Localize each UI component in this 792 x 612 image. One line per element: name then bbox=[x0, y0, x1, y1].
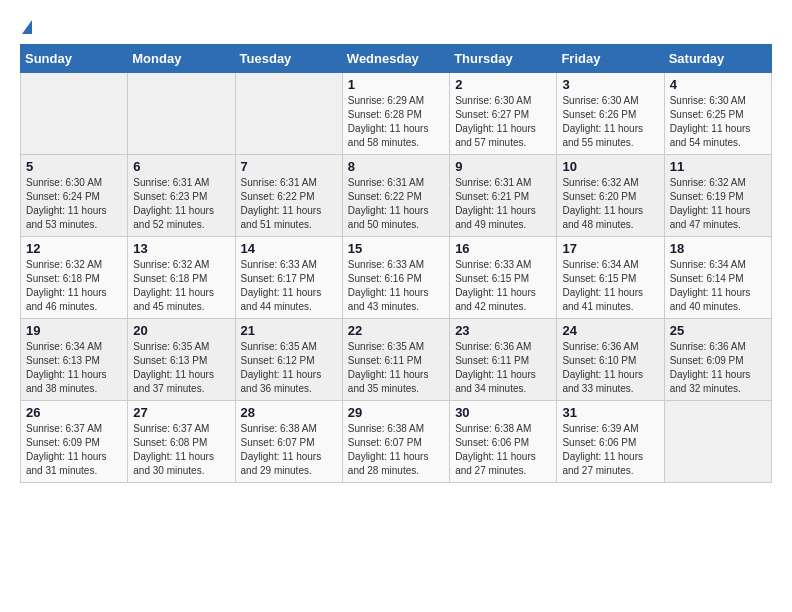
calendar-cell: 12Sunrise: 6:32 AMSunset: 6:18 PMDayligh… bbox=[21, 237, 128, 319]
calendar-cell bbox=[664, 401, 771, 483]
cell-info: Sunrise: 6:30 AMSunset: 6:25 PMDaylight:… bbox=[670, 94, 766, 150]
calendar-cell: 29Sunrise: 6:38 AMSunset: 6:07 PMDayligh… bbox=[342, 401, 449, 483]
calendar-cell: 22Sunrise: 6:35 AMSunset: 6:11 PMDayligh… bbox=[342, 319, 449, 401]
cell-info: Sunrise: 6:38 AMSunset: 6:07 PMDaylight:… bbox=[241, 422, 337, 478]
calendar-cell: 6Sunrise: 6:31 AMSunset: 6:23 PMDaylight… bbox=[128, 155, 235, 237]
day-number: 5 bbox=[26, 159, 122, 174]
day-number: 4 bbox=[670, 77, 766, 92]
calendar-cell: 27Sunrise: 6:37 AMSunset: 6:08 PMDayligh… bbox=[128, 401, 235, 483]
logo-triangle-icon bbox=[22, 20, 32, 34]
cell-info: Sunrise: 6:37 AMSunset: 6:08 PMDaylight:… bbox=[133, 422, 229, 478]
day-number: 10 bbox=[562, 159, 658, 174]
day-number: 14 bbox=[241, 241, 337, 256]
cell-info: Sunrise: 6:32 AMSunset: 6:20 PMDaylight:… bbox=[562, 176, 658, 232]
day-number: 27 bbox=[133, 405, 229, 420]
day-number: 17 bbox=[562, 241, 658, 256]
weekday-header-friday: Friday bbox=[557, 45, 664, 73]
calendar-cell: 13Sunrise: 6:32 AMSunset: 6:18 PMDayligh… bbox=[128, 237, 235, 319]
calendar-cell: 23Sunrise: 6:36 AMSunset: 6:11 PMDayligh… bbox=[450, 319, 557, 401]
cell-info: Sunrise: 6:34 AMSunset: 6:14 PMDaylight:… bbox=[670, 258, 766, 314]
calendar-header-row: SundayMondayTuesdayWednesdayThursdayFrid… bbox=[21, 45, 772, 73]
day-number: 12 bbox=[26, 241, 122, 256]
day-number: 23 bbox=[455, 323, 551, 338]
weekday-header-monday: Monday bbox=[128, 45, 235, 73]
day-number: 9 bbox=[455, 159, 551, 174]
cell-info: Sunrise: 6:33 AMSunset: 6:16 PMDaylight:… bbox=[348, 258, 444, 314]
day-number: 11 bbox=[670, 159, 766, 174]
cell-info: Sunrise: 6:30 AMSunset: 6:26 PMDaylight:… bbox=[562, 94, 658, 150]
cell-info: Sunrise: 6:34 AMSunset: 6:15 PMDaylight:… bbox=[562, 258, 658, 314]
day-number: 30 bbox=[455, 405, 551, 420]
cell-info: Sunrise: 6:32 AMSunset: 6:18 PMDaylight:… bbox=[26, 258, 122, 314]
weekday-header-tuesday: Tuesday bbox=[235, 45, 342, 73]
cell-info: Sunrise: 6:31 AMSunset: 6:22 PMDaylight:… bbox=[241, 176, 337, 232]
day-number: 19 bbox=[26, 323, 122, 338]
weekday-header-thursday: Thursday bbox=[450, 45, 557, 73]
cell-info: Sunrise: 6:36 AMSunset: 6:10 PMDaylight:… bbox=[562, 340, 658, 396]
calendar-cell: 4Sunrise: 6:30 AMSunset: 6:25 PMDaylight… bbox=[664, 73, 771, 155]
cell-info: Sunrise: 6:36 AMSunset: 6:09 PMDaylight:… bbox=[670, 340, 766, 396]
calendar-cell: 30Sunrise: 6:38 AMSunset: 6:06 PMDayligh… bbox=[450, 401, 557, 483]
calendar-cell bbox=[128, 73, 235, 155]
cell-info: Sunrise: 6:38 AMSunset: 6:06 PMDaylight:… bbox=[455, 422, 551, 478]
calendar-week-1: 1Sunrise: 6:29 AMSunset: 6:28 PMDaylight… bbox=[21, 73, 772, 155]
calendar-cell: 25Sunrise: 6:36 AMSunset: 6:09 PMDayligh… bbox=[664, 319, 771, 401]
day-number: 15 bbox=[348, 241, 444, 256]
calendar-cell: 11Sunrise: 6:32 AMSunset: 6:19 PMDayligh… bbox=[664, 155, 771, 237]
cell-info: Sunrise: 6:31 AMSunset: 6:22 PMDaylight:… bbox=[348, 176, 444, 232]
calendar-week-2: 5Sunrise: 6:30 AMSunset: 6:24 PMDaylight… bbox=[21, 155, 772, 237]
cell-info: Sunrise: 6:32 AMSunset: 6:19 PMDaylight:… bbox=[670, 176, 766, 232]
calendar-cell: 15Sunrise: 6:33 AMSunset: 6:16 PMDayligh… bbox=[342, 237, 449, 319]
calendar-cell: 19Sunrise: 6:34 AMSunset: 6:13 PMDayligh… bbox=[21, 319, 128, 401]
day-number: 13 bbox=[133, 241, 229, 256]
calendar-cell: 14Sunrise: 6:33 AMSunset: 6:17 PMDayligh… bbox=[235, 237, 342, 319]
calendar-cell bbox=[235, 73, 342, 155]
cell-info: Sunrise: 6:38 AMSunset: 6:07 PMDaylight:… bbox=[348, 422, 444, 478]
cell-info: Sunrise: 6:35 AMSunset: 6:12 PMDaylight:… bbox=[241, 340, 337, 396]
calendar-cell: 1Sunrise: 6:29 AMSunset: 6:28 PMDaylight… bbox=[342, 73, 449, 155]
cell-info: Sunrise: 6:33 AMSunset: 6:15 PMDaylight:… bbox=[455, 258, 551, 314]
day-number: 26 bbox=[26, 405, 122, 420]
calendar-cell: 17Sunrise: 6:34 AMSunset: 6:15 PMDayligh… bbox=[557, 237, 664, 319]
calendar-cell: 7Sunrise: 6:31 AMSunset: 6:22 PMDaylight… bbox=[235, 155, 342, 237]
day-number: 24 bbox=[562, 323, 658, 338]
cell-info: Sunrise: 6:32 AMSunset: 6:18 PMDaylight:… bbox=[133, 258, 229, 314]
cell-info: Sunrise: 6:30 AMSunset: 6:27 PMDaylight:… bbox=[455, 94, 551, 150]
cell-info: Sunrise: 6:39 AMSunset: 6:06 PMDaylight:… bbox=[562, 422, 658, 478]
cell-info: Sunrise: 6:35 AMSunset: 6:13 PMDaylight:… bbox=[133, 340, 229, 396]
day-number: 21 bbox=[241, 323, 337, 338]
cell-info: Sunrise: 6:35 AMSunset: 6:11 PMDaylight:… bbox=[348, 340, 444, 396]
calendar-cell: 18Sunrise: 6:34 AMSunset: 6:14 PMDayligh… bbox=[664, 237, 771, 319]
calendar-week-3: 12Sunrise: 6:32 AMSunset: 6:18 PMDayligh… bbox=[21, 237, 772, 319]
calendar-cell: 21Sunrise: 6:35 AMSunset: 6:12 PMDayligh… bbox=[235, 319, 342, 401]
calendar-cell bbox=[21, 73, 128, 155]
weekday-header-sunday: Sunday bbox=[21, 45, 128, 73]
calendar-cell: 24Sunrise: 6:36 AMSunset: 6:10 PMDayligh… bbox=[557, 319, 664, 401]
day-number: 7 bbox=[241, 159, 337, 174]
cell-info: Sunrise: 6:31 AMSunset: 6:23 PMDaylight:… bbox=[133, 176, 229, 232]
day-number: 20 bbox=[133, 323, 229, 338]
cell-info: Sunrise: 6:33 AMSunset: 6:17 PMDaylight:… bbox=[241, 258, 337, 314]
calendar-week-4: 19Sunrise: 6:34 AMSunset: 6:13 PMDayligh… bbox=[21, 319, 772, 401]
calendar-cell: 28Sunrise: 6:38 AMSunset: 6:07 PMDayligh… bbox=[235, 401, 342, 483]
calendar-cell: 10Sunrise: 6:32 AMSunset: 6:20 PMDayligh… bbox=[557, 155, 664, 237]
calendar-week-5: 26Sunrise: 6:37 AMSunset: 6:09 PMDayligh… bbox=[21, 401, 772, 483]
day-number: 16 bbox=[455, 241, 551, 256]
calendar-cell: 26Sunrise: 6:37 AMSunset: 6:09 PMDayligh… bbox=[21, 401, 128, 483]
calendar-table: SundayMondayTuesdayWednesdayThursdayFrid… bbox=[20, 44, 772, 483]
calendar-cell: 16Sunrise: 6:33 AMSunset: 6:15 PMDayligh… bbox=[450, 237, 557, 319]
day-number: 31 bbox=[562, 405, 658, 420]
page-header bbox=[20, 20, 772, 34]
day-number: 6 bbox=[133, 159, 229, 174]
cell-info: Sunrise: 6:30 AMSunset: 6:24 PMDaylight:… bbox=[26, 176, 122, 232]
day-number: 28 bbox=[241, 405, 337, 420]
day-number: 18 bbox=[670, 241, 766, 256]
cell-info: Sunrise: 6:37 AMSunset: 6:09 PMDaylight:… bbox=[26, 422, 122, 478]
day-number: 29 bbox=[348, 405, 444, 420]
cell-info: Sunrise: 6:29 AMSunset: 6:28 PMDaylight:… bbox=[348, 94, 444, 150]
day-number: 3 bbox=[562, 77, 658, 92]
day-number: 22 bbox=[348, 323, 444, 338]
calendar-cell: 31Sunrise: 6:39 AMSunset: 6:06 PMDayligh… bbox=[557, 401, 664, 483]
calendar-cell: 20Sunrise: 6:35 AMSunset: 6:13 PMDayligh… bbox=[128, 319, 235, 401]
day-number: 25 bbox=[670, 323, 766, 338]
